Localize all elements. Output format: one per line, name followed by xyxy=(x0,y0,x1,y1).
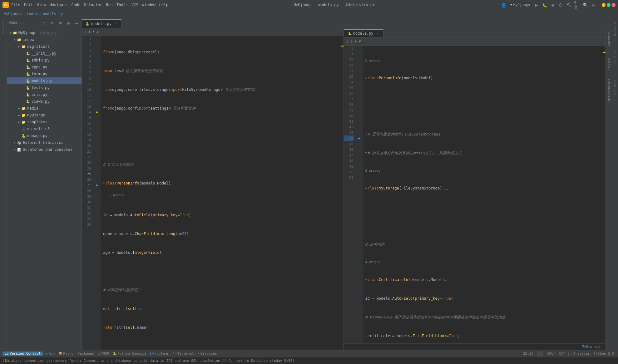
tree-item-apps[interactable]: 🐍 apps.py xyxy=(7,64,82,71)
profile-button[interactable]: ⏱ xyxy=(557,2,564,8)
tree-item-manage[interactable]: 🐍 manage.py xyxy=(7,132,82,139)
ln-25: 25 xyxy=(82,171,91,177)
tree-item-templates[interactable]: ▶ 📁 templates xyxy=(7,119,82,125)
tree-item-scratches[interactable]: ▶ 📝 Scratches and Consoles xyxy=(7,146,82,153)
code-content-left[interactable]: from django.db import models import os #… xyxy=(101,36,340,350)
menu-run[interactable]: Run xyxy=(106,3,113,7)
breadcrumb-module[interactable]: index xyxy=(27,12,38,16)
build-button[interactable]: 🔨 xyxy=(566,2,572,8)
structure-label[interactable]: Structure xyxy=(614,50,617,66)
vc-tab[interactable]: ⎇ Version Control xyxy=(2,352,43,356)
wordbook-label[interactable]: Word Book xyxy=(614,80,617,95)
menu-code[interactable]: Code xyxy=(72,3,81,7)
menu-file[interactable]: File xyxy=(11,3,20,7)
tree-item-index[interactable]: ▼ 📂 index xyxy=(7,36,82,43)
code-scroll-left[interactable]: 1 2 3 4 5 6 7 8 9 10 11 12 13 14 xyxy=(82,36,344,350)
todo-tab[interactable]: ☑ TODO xyxy=(97,352,111,356)
tab-close-left[interactable]: ✕ xyxy=(113,22,118,26)
pane-status-right: MyStorage xyxy=(344,343,606,350)
translate-button[interactable]: A文 xyxy=(574,2,581,8)
notifications-panel-btn[interactable]: Notifications xyxy=(606,81,611,99)
sidebar-sort-icon[interactable]: ≡ xyxy=(49,20,55,26)
gi-6 xyxy=(93,64,101,70)
ln-16: 16 xyxy=(82,121,91,126)
menu-navigate[interactable]: Navigate xyxy=(50,3,68,7)
tab-bar: 🐍 models.py ✕ ⋮ xyxy=(82,18,612,28)
ln-20: 20 xyxy=(82,143,91,149)
breadcrumb-file[interactable]: models.py xyxy=(42,12,63,16)
menu-tools[interactable]: Tools xyxy=(116,3,128,7)
rln-46: 46 xyxy=(344,147,353,152)
problems-tab[interactable]: ℹ Problems xyxy=(149,352,170,356)
settings-button[interactable]: ⚙ xyxy=(590,2,597,8)
gi-22 xyxy=(93,154,101,160)
menu-window[interactable]: Window xyxy=(142,3,156,7)
menu-refactor[interactable]: Refactor xyxy=(84,3,102,7)
services-tab[interactable]: ⚡ Services xyxy=(196,352,218,356)
project-panel-label[interactable]: Project xyxy=(2,21,5,34)
line-col-indicator[interactable]: 25:36 xyxy=(522,352,535,356)
tree-item-sqlite3[interactable]: 🗄 db.sqlite3 xyxy=(7,125,82,132)
tree-item-views[interactable]: 🐍 views.py xyxy=(7,98,82,105)
menu-vcs[interactable]: VCS xyxy=(131,3,138,7)
ln-19: 19 xyxy=(82,137,91,143)
tab-menu-btn[interactable]: ⋮ xyxy=(602,18,612,28)
maximize-button[interactable] xyxy=(607,3,611,7)
user-icon[interactable]: 👤 xyxy=(500,2,507,8)
project-selector[interactable]: ▼MyDjango xyxy=(508,2,532,7)
sciview-panel-btn[interactable]: SciView xyxy=(606,55,611,74)
code-line-2: import os # 导入操作系统交互模块 xyxy=(103,68,337,74)
sidebar-settings-icon[interactable]: ⚙ xyxy=(65,20,72,26)
code-content-right[interactable]: 5 usages ▶class PersonInfo(models.Model)… xyxy=(363,46,602,343)
pane-menu-btn-right[interactable]: ⋮ xyxy=(597,33,606,37)
tree-item-init[interactable]: 🐍 __init__.py xyxy=(7,50,82,57)
menu-edit[interactable]: Edit xyxy=(24,3,33,7)
packages-tab[interactable]: 📦 Python Packages xyxy=(57,352,95,356)
close-button[interactable] xyxy=(612,3,616,7)
tree-item-media[interactable]: ▶ 📁 media xyxy=(7,105,82,112)
encoding[interactable]: UTF-8 xyxy=(558,352,571,356)
tree-item-migrations[interactable]: ▶ 📁 migrations xyxy=(7,43,82,50)
search-button[interactable]: 🔍 xyxy=(582,2,589,8)
info-message: Database connection parameters found: Co… xyxy=(5,359,294,363)
ln-31: 31 xyxy=(82,205,91,210)
tree-item-urls[interactable]: 🐍 urls.py xyxy=(7,91,82,98)
tree-item-admin[interactable]: 🐍 admin.py xyxy=(7,57,82,64)
indent-setting[interactable]: 4 spaces xyxy=(572,352,591,356)
run-button[interactable]: ▶ xyxy=(533,2,540,8)
left-panel-strip: Project xyxy=(0,18,7,350)
gi-23 xyxy=(93,160,101,165)
ln-6: 6 xyxy=(82,64,91,70)
rln-44: 44 xyxy=(344,135,353,141)
tree-item-mydjango[interactable]: ▼ 📁 MyDjango D:\MyDjango xyxy=(7,29,82,36)
database-panel-btn[interactable]: Database xyxy=(606,29,611,48)
bookmarks-label[interactable]: Bookmarks xyxy=(614,21,617,36)
sidebar-filter-icon[interactable]: ⊞ xyxy=(57,20,63,26)
tab-models-left[interactable]: 🐍 models.py ✕ xyxy=(82,19,122,28)
menu-view[interactable]: View xyxy=(37,3,46,7)
tab-close-right[interactable]: ✕ xyxy=(375,31,379,36)
tree-item-form[interactable]: 🐍 form.py xyxy=(7,71,82,77)
tree-item-mydjango2[interactable]: ▶ 📁 MyDjango xyxy=(7,112,82,119)
gi-3 xyxy=(93,47,101,53)
rln-21: 21 xyxy=(344,51,353,57)
line-ending[interactable]: CRLF xyxy=(546,352,557,356)
debug-button[interactable]: 🐛 xyxy=(541,2,548,8)
rcode-line-23: ▼# 重写内置文件类型FileSystemStorage xyxy=(365,131,600,137)
tree-item-tests[interactable]: 🐍 tests.py xyxy=(7,84,82,91)
run-tab[interactable]: ▶ Run xyxy=(44,352,56,356)
pane-tab-models-right[interactable]: 🐍 models.py ✕ xyxy=(344,29,383,37)
breadcrumb-project[interactable]: MyDjango xyxy=(4,12,22,16)
python-version[interactable]: Python 3.8 xyxy=(592,352,616,356)
console-tab[interactable]: 🐍 Python Console xyxy=(111,352,148,356)
coverage-button[interactable]: ◉ xyxy=(549,2,556,8)
sidebar-close-icon[interactable]: — xyxy=(73,20,80,26)
menu-help[interactable]: Help xyxy=(159,3,168,7)
rcode-line-34 xyxy=(365,204,600,210)
minimize-button[interactable] xyxy=(602,3,606,7)
code-scroll-right[interactable]: 8 21 22 23 24 25 34 35 36 37 38 39 40 41 xyxy=(344,46,606,343)
sidebar-expand-icon[interactable]: ⊡ xyxy=(41,20,47,26)
tree-item-models[interactable]: 🐍 models.py xyxy=(7,77,82,84)
tree-item-ext-libs[interactable]: ▶ 📚 External Libraries xyxy=(7,139,82,146)
terminal-tab[interactable]: ⬛ Terminal xyxy=(171,352,195,356)
